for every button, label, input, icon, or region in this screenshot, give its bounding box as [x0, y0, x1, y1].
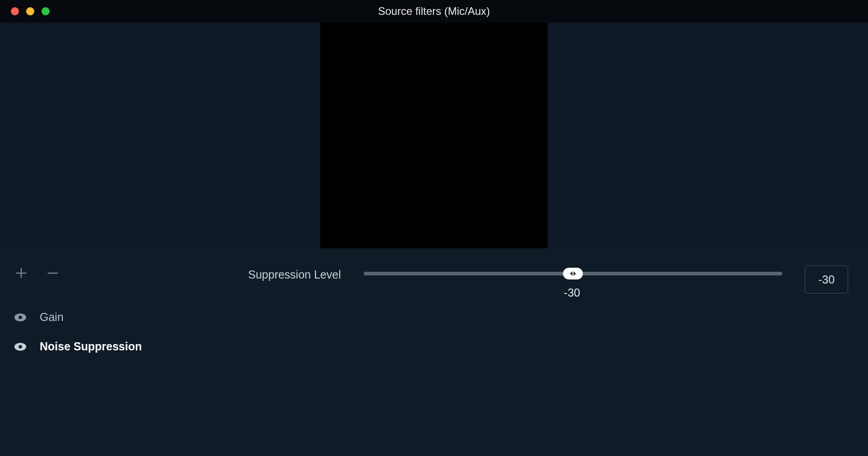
- filter-toolbar: [0, 266, 194, 280]
- slider-thumb[interactable]: [563, 268, 583, 279]
- window-controls: [0, 7, 50, 15]
- preview-canvas: [320, 23, 548, 248]
- filter-item-label: Noise Suppression: [40, 340, 142, 353]
- plus-icon: [14, 266, 28, 280]
- arrow-left-icon: [570, 271, 573, 276]
- filter-sidebar: Gain Noise Suppression: [0, 248, 194, 456]
- eye-icon[interactable]: [14, 313, 26, 321]
- maximize-window-button[interactable]: [42, 7, 50, 15]
- minimize-window-button[interactable]: [26, 7, 34, 15]
- minus-icon: [46, 266, 60, 280]
- svg-point-3: [18, 345, 22, 349]
- window-title: Source filters (Mic/Aux): [378, 5, 490, 18]
- filter-item-label: Gain: [40, 311, 64, 324]
- suppression-level-slider[interactable]: [364, 272, 782, 275]
- arrow-right-icon: [573, 271, 576, 276]
- close-window-button[interactable]: [11, 7, 19, 15]
- slider-value-label: -30: [564, 286, 580, 299]
- filter-item-noise-suppression[interactable]: Noise Suppression: [0, 332, 194, 361]
- svg-point-1: [18, 316, 22, 319]
- lower-panel: Gain Noise Suppression Suppression Level…: [0, 248, 868, 456]
- remove-filter-button[interactable]: [46, 266, 60, 280]
- suppression-level-value-input[interactable]: -30: [805, 265, 848, 293]
- preview-area: [0, 23, 868, 248]
- filter-settings-panel: Suppression Level -30 -30: [194, 248, 868, 456]
- titlebar: Source filters (Mic/Aux): [0, 0, 868, 23]
- eye-icon[interactable]: [14, 343, 26, 351]
- add-filter-button[interactable]: [14, 266, 28, 280]
- suppression-level-slider-wrap: -30: [364, 265, 782, 299]
- param-label-suppression-level: Suppression Level: [194, 265, 341, 281]
- filter-item-gain[interactable]: Gain: [0, 302, 194, 332]
